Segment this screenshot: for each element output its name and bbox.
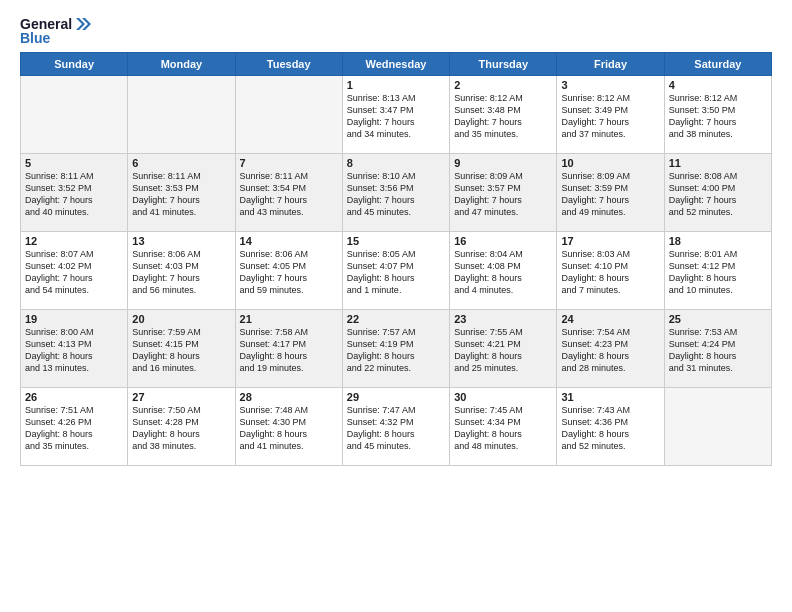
- day-number: 27: [132, 391, 230, 403]
- calendar-week-3: 12Sunrise: 8:07 AM Sunset: 4:02 PM Dayli…: [21, 232, 772, 310]
- calendar-cell: 6Sunrise: 8:11 AM Sunset: 3:53 PM Daylig…: [128, 154, 235, 232]
- calendar-cell: 21Sunrise: 7:58 AM Sunset: 4:17 PM Dayli…: [235, 310, 342, 388]
- calendar-week-4: 19Sunrise: 8:00 AM Sunset: 4:13 PM Dayli…: [21, 310, 772, 388]
- day-number: 23: [454, 313, 552, 325]
- calendar-cell: 26Sunrise: 7:51 AM Sunset: 4:26 PM Dayli…: [21, 388, 128, 466]
- calendar-cell: 25Sunrise: 7:53 AM Sunset: 4:24 PM Dayli…: [664, 310, 771, 388]
- calendar-table: SundayMondayTuesdayWednesdayThursdayFrid…: [20, 52, 772, 466]
- day-info: Sunrise: 7:54 AM Sunset: 4:23 PM Dayligh…: [561, 326, 659, 375]
- calendar-cell: 11Sunrise: 8:08 AM Sunset: 4:00 PM Dayli…: [664, 154, 771, 232]
- calendar-cell: 18Sunrise: 8:01 AM Sunset: 4:12 PM Dayli…: [664, 232, 771, 310]
- calendar-cell: 28Sunrise: 7:48 AM Sunset: 4:30 PM Dayli…: [235, 388, 342, 466]
- day-info: Sunrise: 7:51 AM Sunset: 4:26 PM Dayligh…: [25, 404, 123, 453]
- day-number: 29: [347, 391, 445, 403]
- day-number: 24: [561, 313, 659, 325]
- calendar-cell: 3Sunrise: 8:12 AM Sunset: 3:49 PM Daylig…: [557, 76, 664, 154]
- calendar-cell: 8Sunrise: 8:10 AM Sunset: 3:56 PM Daylig…: [342, 154, 449, 232]
- day-info: Sunrise: 8:00 AM Sunset: 4:13 PM Dayligh…: [25, 326, 123, 375]
- day-number: 8: [347, 157, 445, 169]
- header: General Blue: [20, 16, 772, 46]
- day-info: Sunrise: 8:08 AM Sunset: 4:00 PM Dayligh…: [669, 170, 767, 219]
- calendar-cell: 19Sunrise: 8:00 AM Sunset: 4:13 PM Dayli…: [21, 310, 128, 388]
- day-number: 20: [132, 313, 230, 325]
- calendar-cell: 29Sunrise: 7:47 AM Sunset: 4:32 PM Dayli…: [342, 388, 449, 466]
- calendar-cell: 20Sunrise: 7:59 AM Sunset: 4:15 PM Dayli…: [128, 310, 235, 388]
- weekday-header-monday: Monday: [128, 53, 235, 76]
- day-number: 14: [240, 235, 338, 247]
- day-info: Sunrise: 7:57 AM Sunset: 4:19 PM Dayligh…: [347, 326, 445, 375]
- day-number: 28: [240, 391, 338, 403]
- day-number: 12: [25, 235, 123, 247]
- calendar-cell: 10Sunrise: 8:09 AM Sunset: 3:59 PM Dayli…: [557, 154, 664, 232]
- day-number: 11: [669, 157, 767, 169]
- calendar-week-5: 26Sunrise: 7:51 AM Sunset: 4:26 PM Dayli…: [21, 388, 772, 466]
- svg-marker-0: [76, 18, 85, 30]
- day-number: 3: [561, 79, 659, 91]
- day-info: Sunrise: 7:47 AM Sunset: 4:32 PM Dayligh…: [347, 404, 445, 453]
- day-info: Sunrise: 8:06 AM Sunset: 4:03 PM Dayligh…: [132, 248, 230, 297]
- day-info: Sunrise: 8:11 AM Sunset: 3:52 PM Dayligh…: [25, 170, 123, 219]
- weekday-header-sunday: Sunday: [21, 53, 128, 76]
- day-number: 26: [25, 391, 123, 403]
- calendar-cell: 30Sunrise: 7:45 AM Sunset: 4:34 PM Dayli…: [450, 388, 557, 466]
- day-number: 5: [25, 157, 123, 169]
- day-number: 6: [132, 157, 230, 169]
- day-info: Sunrise: 8:10 AM Sunset: 3:56 PM Dayligh…: [347, 170, 445, 219]
- day-info: Sunrise: 8:11 AM Sunset: 3:54 PM Dayligh…: [240, 170, 338, 219]
- day-info: Sunrise: 8:11 AM Sunset: 3:53 PM Dayligh…: [132, 170, 230, 219]
- day-info: Sunrise: 8:09 AM Sunset: 3:57 PM Dayligh…: [454, 170, 552, 219]
- weekday-header-wednesday: Wednesday: [342, 53, 449, 76]
- day-info: Sunrise: 8:12 AM Sunset: 3:48 PM Dayligh…: [454, 92, 552, 141]
- weekday-header-friday: Friday: [557, 53, 664, 76]
- calendar-cell: 24Sunrise: 7:54 AM Sunset: 4:23 PM Dayli…: [557, 310, 664, 388]
- calendar-cell: 2Sunrise: 8:12 AM Sunset: 3:48 PM Daylig…: [450, 76, 557, 154]
- day-info: Sunrise: 8:12 AM Sunset: 3:50 PM Dayligh…: [669, 92, 767, 141]
- day-info: Sunrise: 8:12 AM Sunset: 3:49 PM Dayligh…: [561, 92, 659, 141]
- calendar-cell: [128, 76, 235, 154]
- day-number: 30: [454, 391, 552, 403]
- day-info: Sunrise: 7:45 AM Sunset: 4:34 PM Dayligh…: [454, 404, 552, 453]
- day-number: 15: [347, 235, 445, 247]
- calendar-cell: [664, 388, 771, 466]
- day-info: Sunrise: 7:48 AM Sunset: 4:30 PM Dayligh…: [240, 404, 338, 453]
- day-number: 17: [561, 235, 659, 247]
- day-number: 31: [561, 391, 659, 403]
- day-info: Sunrise: 8:07 AM Sunset: 4:02 PM Dayligh…: [25, 248, 123, 297]
- day-info: Sunrise: 7:55 AM Sunset: 4:21 PM Dayligh…: [454, 326, 552, 375]
- calendar-cell: 22Sunrise: 7:57 AM Sunset: 4:19 PM Dayli…: [342, 310, 449, 388]
- calendar-cell: 5Sunrise: 8:11 AM Sunset: 3:52 PM Daylig…: [21, 154, 128, 232]
- page: General Blue SundayMondayTuesdayWednesda…: [0, 0, 792, 612]
- day-number: 25: [669, 313, 767, 325]
- day-info: Sunrise: 7:50 AM Sunset: 4:28 PM Dayligh…: [132, 404, 230, 453]
- day-number: 21: [240, 313, 338, 325]
- day-number: 10: [561, 157, 659, 169]
- day-number: 18: [669, 235, 767, 247]
- day-number: 16: [454, 235, 552, 247]
- calendar-cell: 17Sunrise: 8:03 AM Sunset: 4:10 PM Dayli…: [557, 232, 664, 310]
- calendar-cell: 15Sunrise: 8:05 AM Sunset: 4:07 PM Dayli…: [342, 232, 449, 310]
- calendar-cell: 31Sunrise: 7:43 AM Sunset: 4:36 PM Dayli…: [557, 388, 664, 466]
- weekday-header-row: SundayMondayTuesdayWednesdayThursdayFrid…: [21, 53, 772, 76]
- day-info: Sunrise: 8:13 AM Sunset: 3:47 PM Dayligh…: [347, 92, 445, 141]
- day-info: Sunrise: 7:53 AM Sunset: 4:24 PM Dayligh…: [669, 326, 767, 375]
- calendar-week-2: 5Sunrise: 8:11 AM Sunset: 3:52 PM Daylig…: [21, 154, 772, 232]
- calendar-cell: 27Sunrise: 7:50 AM Sunset: 4:28 PM Dayli…: [128, 388, 235, 466]
- weekday-header-thursday: Thursday: [450, 53, 557, 76]
- calendar-cell: 14Sunrise: 8:06 AM Sunset: 4:05 PM Dayli…: [235, 232, 342, 310]
- day-number: 9: [454, 157, 552, 169]
- calendar-cell: 1Sunrise: 8:13 AM Sunset: 3:47 PM Daylig…: [342, 76, 449, 154]
- day-info: Sunrise: 8:05 AM Sunset: 4:07 PM Dayligh…: [347, 248, 445, 297]
- calendar-cell: 13Sunrise: 8:06 AM Sunset: 4:03 PM Dayli…: [128, 232, 235, 310]
- calendar-cell: 16Sunrise: 8:04 AM Sunset: 4:08 PM Dayli…: [450, 232, 557, 310]
- calendar-week-1: 1Sunrise: 8:13 AM Sunset: 3:47 PM Daylig…: [21, 76, 772, 154]
- calendar-cell: [235, 76, 342, 154]
- day-info: Sunrise: 7:58 AM Sunset: 4:17 PM Dayligh…: [240, 326, 338, 375]
- day-number: 19: [25, 313, 123, 325]
- logo: General Blue: [20, 16, 96, 46]
- day-info: Sunrise: 8:04 AM Sunset: 4:08 PM Dayligh…: [454, 248, 552, 297]
- day-info: Sunrise: 7:59 AM Sunset: 4:15 PM Dayligh…: [132, 326, 230, 375]
- day-number: 2: [454, 79, 552, 91]
- day-info: Sunrise: 8:01 AM Sunset: 4:12 PM Dayligh…: [669, 248, 767, 297]
- calendar-cell: 9Sunrise: 8:09 AM Sunset: 3:57 PM Daylig…: [450, 154, 557, 232]
- day-info: Sunrise: 8:03 AM Sunset: 4:10 PM Dayligh…: [561, 248, 659, 297]
